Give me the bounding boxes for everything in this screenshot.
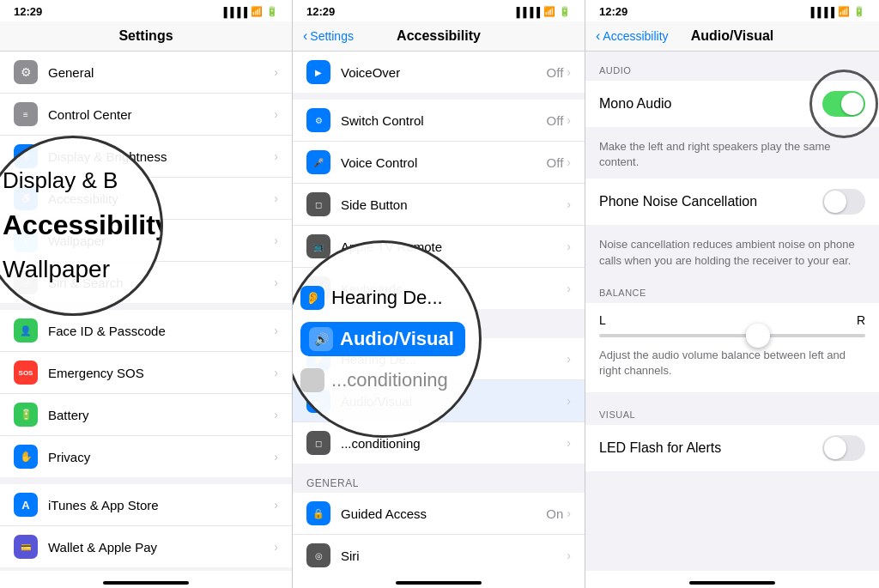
switch-control-icon: ⚙ [306,108,330,132]
wallpaper-chevron: › [274,233,278,247]
balance-container: L R Adjust the audio volume balance betw… [585,303,879,392]
right-panel: 12:29 ▐▐▐▐ 📶 🔋 ‹ Accessibility Audio/Vis… [585,0,879,588]
emergency-icon: SOS [14,361,38,385]
section-group-2: 👤 Face ID & Passcode › SOS Emergency SOS… [0,310,292,477]
battery-chevron: › [274,408,278,421]
guided-access-icon: 🔒 [306,501,330,525]
battery-icon-r: 🔋 [853,6,865,17]
keyboards-chevron: › [567,282,571,295]
middle-panel: 12:29 ▐▐▐▐ 📶 🔋 ‹ Settings Accessibility … [293,0,585,588]
apple-tv-icon: 📺 [306,234,330,258]
row-faceid[interactable]: 👤 Face ID & Passcode › [0,310,292,352]
signal-icon: ▐▐▐▐ [221,7,247,17]
wallet-icon: 💳 [14,535,38,559]
row-conditioning[interactable]: ◻ ...conditioning › [293,422,585,464]
balance-slider-thumb[interactable] [746,324,770,348]
left-panel: 12:29 ▐▐▐▐ 📶 🔋 Settings ⚙ General › ≡ Co… [0,0,293,588]
general-chevron: › [274,65,278,79]
apple-tv-chevron: › [567,239,571,253]
switch-control-chevron: › [567,113,571,127]
balance-section-label: BALANCE [585,277,879,303]
conditioning-chevron: › [567,436,571,450]
row-switch-control[interactable]: ⚙ Switch Control Off › [293,100,585,142]
row-voice-control[interactable]: 🎤 Voice Control Off › [293,142,585,184]
voice-control-icon: 🎤 [306,150,330,174]
balance-labels: L R [599,313,865,327]
row-privacy[interactable]: ✋ Privacy › [0,436,292,477]
led-flash-thumb [824,437,846,459]
status-icons-right: ▐▐▐▐ 📶 🔋 [808,6,865,17]
wallet-label: Wallet & Apple Pay [48,540,274,555]
home-indicator-left [0,571,292,588]
side-button-label: Side Button [341,197,567,212]
battery-icon: 🔋 [266,6,278,17]
general-section-middle: 🔒 Guided Access On › ◎ Siri › ℹ Accessib… [293,493,585,571]
noise-cancellation-thumb [824,191,846,213]
circle-display: Display & B [3,161,143,201]
left-panel-title: Settings [118,28,173,43]
led-flash-label: LED Flash for Alerts [599,440,822,456]
circle-hearing: 👂 Hearing De... [300,281,465,315]
led-flash-section: LED Flash for Alerts [585,425,879,471]
battery-icon-m: 🔋 [559,6,571,17]
time-right: 12:29 [599,5,627,18]
mono-audio-section: Mono Audio [585,81,879,127]
faceid-chevron: › [274,324,278,337]
time-middle: 12:29 [306,5,335,18]
home-bar-middle [396,581,482,585]
circle-wallpaper: Wallpaper [3,248,143,291]
voice-control-value: Off [547,155,564,170]
hearing-devices-chevron: › [567,352,571,366]
back-icon-middle: ‹ [303,28,307,44]
noise-cancellation-toggle[interactable] [822,189,865,215]
faceid-label: Face ID & Passcode [48,324,274,338]
wifi-icon-r: 📶 [838,6,850,17]
row-battery[interactable]: 🔋 Battery › [0,394,292,436]
balance-slider-track[interactable] [599,334,865,337]
balance-left-label: L [599,313,606,327]
accessibility-chevron: › [274,191,278,205]
visual-section-label: VISUAL [585,399,879,425]
voiceover-value: Off [547,65,564,80]
back-button-middle[interactable]: ‹ Settings [303,28,354,44]
row-voiceover[interactable]: ▶ VoiceOver Off › [293,52,585,93]
home-bar-right [689,581,775,585]
middle-title: Accessibility [397,28,481,44]
home-indicator-right [585,571,879,588]
row-wallet[interactable]: 💳 Wallet & Apple Pay › [0,526,292,567]
row-itunes[interactable]: A iTunes & App Store › [0,484,292,526]
status-bar-middle: 12:29 ▐▐▐▐ 📶 🔋 [293,0,585,21]
control-center-icon: ≡ [14,102,38,126]
row-control-center[interactable]: ≡ Control Center › [0,94,292,136]
back-icon-right: ‹ [596,28,600,44]
noise-cancellation-section: Phone Noise Cancellation [585,179,879,225]
guided-access-value: On [546,506,563,521]
mono-audio-circle-highlight [809,70,878,138]
guided-access-label: Guided Access [341,506,546,521]
nav-bar-right: ‹ Accessibility Audio/Visual [585,21,879,52]
itunes-label: iTunes & App Store [48,498,274,512]
led-flash-toggle[interactable] [822,435,865,461]
status-bar-right: 12:29 ▐▐▐▐ 📶 🔋 [585,0,879,21]
status-icons-middle: ▐▐▐▐ 📶 🔋 [513,6,571,17]
circle-conditioning: ...conditioning [300,363,465,397]
voiceover-label: VoiceOver [341,65,547,80]
voiceover-chevron: › [567,65,571,79]
balance-description: Adjust the audio volume balance between … [599,344,865,382]
side-button-chevron: › [567,197,571,211]
row-siri-middle[interactable]: ◎ Siri › [293,535,585,571]
led-flash-row: LED Flash for Alerts [585,425,879,471]
home-bar-left [103,581,189,585]
back-button-right[interactable]: ‹ Accessibility [596,28,669,44]
row-emergency[interactable]: SOS Emergency SOS › [0,352,292,394]
general-icon: ⚙ [14,60,38,84]
status-bar-left: 12:29 ▐▐▐▐ 📶 🔋 [0,0,292,21]
row-guided-access[interactable]: 🔒 Guided Access On › [293,493,585,535]
wallet-chevron: › [274,540,278,554]
battery-row-icon: 🔋 [14,403,38,427]
noise-cancellation-description: Noise cancellation reduces ambient noise… [585,232,879,276]
row-general[interactable]: ⚙ General › [0,52,292,94]
general-label: General [48,65,274,80]
row-side-button[interactable]: ◻ Side Button › [293,184,585,226]
mono-audio-description: Make the left and right speakers play th… [585,134,879,179]
